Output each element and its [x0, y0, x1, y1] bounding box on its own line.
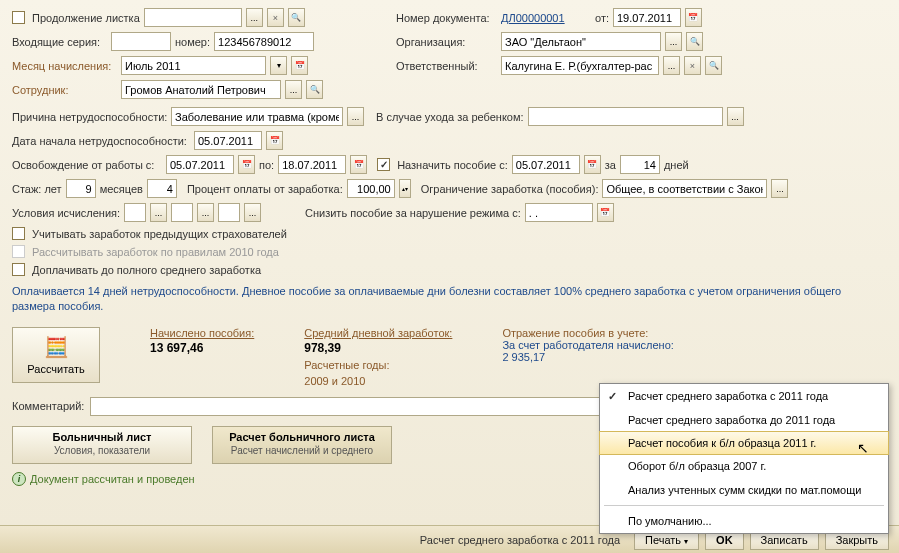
prev-insurers-label: Учитывать заработок предыдущих страховат… [32, 228, 287, 240]
responsible-dots[interactable] [663, 56, 680, 75]
limit-dots[interactable] [771, 179, 788, 198]
employee-input[interactable] [121, 80, 281, 99]
child-care-dots[interactable] [727, 107, 744, 126]
org-search[interactable] [686, 32, 703, 51]
menu-separator [604, 505, 884, 506]
percent-spin[interactable] [399, 179, 411, 198]
percent-input[interactable] [347, 179, 395, 198]
tab2-sub: Расчет начислений и среднего [217, 445, 387, 456]
reason-dots[interactable] [347, 107, 364, 126]
responsible-search[interactable] [705, 56, 722, 75]
doc-num-value[interactable]: ДЛ00000001 [501, 12, 591, 24]
num-input[interactable] [214, 32, 314, 51]
child-care-label: В случае ухода за ребенком: [376, 111, 524, 123]
limit-input[interactable] [602, 179, 767, 198]
release-from-cal[interactable] [238, 155, 255, 174]
menu-item-default[interactable]: По умолчанию... [600, 509, 888, 533]
tab2-title: Расчет больничного листа [217, 431, 387, 443]
employer-label: За счет работодателя начислено: [502, 339, 673, 351]
release-to-cal[interactable] [350, 155, 367, 174]
calculate-button[interactable]: 🧮 Рассчитать [12, 327, 100, 383]
org-input[interactable] [501, 32, 661, 51]
reason-input[interactable] [171, 107, 343, 126]
incoming-series-label: Входящие серия: [12, 36, 107, 48]
month-dd[interactable] [270, 56, 287, 75]
reduce-cal[interactable] [597, 203, 614, 222]
menu-item-benefit-2011[interactable]: Расчет пособия к б/л образца 2011 г. [599, 431, 889, 455]
start-date-input[interactable] [194, 131, 262, 150]
reduce-label: Снизить пособие за нарушение режима с: [305, 207, 521, 219]
days-label: дней [664, 159, 689, 171]
years-input[interactable] [66, 179, 96, 198]
reflection-label: Отражение пособия в учете: [502, 327, 673, 339]
org-label: Организация: [396, 36, 497, 48]
prev-insurers-checkbox[interactable] [12, 227, 25, 240]
assign-from-input[interactable] [512, 155, 580, 174]
accrued-label[interactable]: Начислено пособия: [150, 327, 254, 339]
release-to-label: по: [259, 159, 274, 171]
days-input[interactable] [620, 155, 660, 174]
release-from-input[interactable] [166, 155, 234, 174]
assign-label: Назначить пособие с: [397, 159, 508, 171]
conditions-label: Условия исчисления: [12, 207, 120, 219]
cond-3-dots[interactable] [244, 203, 261, 222]
info-icon: i [12, 472, 26, 486]
calc-years-label: Расчетные годы: [304, 359, 452, 371]
menu-item-analysis[interactable]: Анализ учтенных сумм скидки по мат.помощ… [600, 478, 888, 502]
footer-variant-label: Расчет среднего заработка с 2011 года [420, 534, 620, 546]
responsible-input[interactable] [501, 56, 659, 75]
status-text: Документ рассчитан и проведен [30, 473, 195, 485]
calc-btn-label: Рассчитать [27, 363, 84, 375]
reduce-date-input[interactable] [525, 203, 593, 222]
tab-calculation[interactable]: Расчет больничного листа Расчет начислен… [212, 426, 392, 464]
months-input[interactable] [147, 179, 177, 198]
start-date-cal[interactable] [266, 131, 283, 150]
info-text: Оплачивается 14 дней нетрудоспособности.… [12, 284, 887, 315]
doc-date-cal[interactable] [685, 8, 702, 27]
start-date-label: Дата начала нетрудоспособности: [12, 135, 190, 147]
for-label: за [605, 159, 616, 171]
continuation-search[interactable] [288, 8, 305, 27]
full-average-checkbox[interactable] [12, 263, 25, 276]
incoming-series-input[interactable] [111, 32, 171, 51]
print-menu: Расчет среднего заработка с 2011 года Ра… [599, 383, 889, 534]
continuation-dots[interactable] [246, 8, 263, 27]
org-dots[interactable] [665, 32, 682, 51]
month-input[interactable] [121, 56, 266, 75]
full-average-label: Доплачивать до полного среднего заработк… [32, 264, 261, 276]
continuation-label: Продолжение листка [32, 12, 140, 24]
doc-from-label: от: [595, 12, 609, 24]
continuation-input[interactable] [144, 8, 242, 27]
assign-from-cal[interactable] [584, 155, 601, 174]
continuation-checkbox[interactable] [12, 11, 25, 24]
rules-2010-label: Рассчитывать заработок по правилам 2010 … [32, 246, 279, 258]
cond-2[interactable] [171, 203, 193, 222]
month-cal[interactable] [291, 56, 308, 75]
chevron-down-icon [684, 534, 688, 546]
cond-3[interactable] [218, 203, 240, 222]
cond-1-dots[interactable] [150, 203, 167, 222]
employee-label: Сотрудник: [12, 84, 117, 96]
employee-dots[interactable] [285, 80, 302, 99]
avg-daily-label[interactable]: Средний дневной заработок: [304, 327, 452, 339]
responsible-label: Ответственный: [396, 60, 497, 72]
cond-1[interactable] [124, 203, 146, 222]
tab-sick-leave[interactable]: Больничный лист Условия, показатели [12, 426, 192, 464]
responsible-clear[interactable] [684, 56, 701, 75]
menu-item-avg-from-2011[interactable]: Расчет среднего заработка с 2011 года [600, 384, 888, 408]
doc-num-label: Номер документа: [396, 12, 497, 24]
month-label: Месяц начисления: [12, 60, 117, 72]
months-label: месяцев [100, 183, 143, 195]
menu-item-turnover-2007[interactable]: Оборот б/л образца 2007 г. [600, 454, 888, 478]
doc-date-input[interactable] [613, 8, 681, 27]
assign-checkbox[interactable] [377, 158, 390, 171]
menu-item-avg-before-2011[interactable]: Расчет среднего заработка до 2011 года [600, 408, 888, 432]
limit-label: Ограничение заработка (пособия): [421, 183, 599, 195]
release-to-input[interactable] [278, 155, 346, 174]
continuation-clear[interactable] [267, 8, 284, 27]
child-care-input[interactable] [528, 107, 723, 126]
employee-search[interactable] [306, 80, 323, 99]
comment-label: Комментарий: [12, 400, 84, 412]
cond-2-dots[interactable] [197, 203, 214, 222]
stage-label: Стаж: лет [12, 183, 62, 195]
